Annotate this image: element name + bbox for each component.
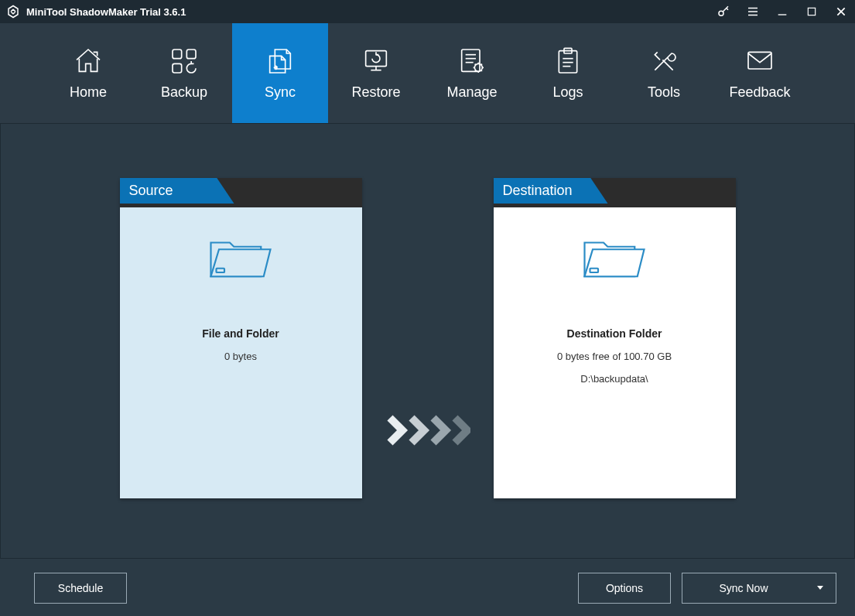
destination-path: D:\backupdata\	[580, 373, 648, 385]
svg-rect-19	[559, 51, 576, 73]
destination-free: 0 bytes free of 100.70 GB	[557, 351, 672, 362]
destination-card[interactable]: Destination Destination Folder 0 bytes f…	[494, 178, 736, 498]
svg-rect-24	[748, 52, 771, 69]
source-tab-label: Source	[120, 178, 234, 204]
content-area: Source File and Folder 0 bytes	[0, 124, 855, 559]
tools-icon	[648, 46, 679, 77]
nav-home[interactable]: Home	[40, 23, 136, 123]
folder-icon	[580, 229, 649, 286]
svg-point-0	[719, 11, 723, 15]
options-button[interactable]: Options	[578, 573, 671, 604]
folder-icon	[206, 229, 275, 286]
titlebar-left: MiniTool ShadowMaker Trial 3.6.1	[6, 5, 186, 19]
nav-label: Sync	[265, 84, 296, 101]
svg-rect-9	[186, 50, 196, 59]
sync-icon	[265, 46, 296, 77]
close-icon[interactable]	[833, 4, 849, 19]
app-logo-icon	[6, 5, 20, 19]
feedback-icon	[744, 46, 775, 77]
schedule-button-label: Schedule	[58, 582, 103, 594]
schedule-button[interactable]: Schedule	[34, 573, 127, 604]
destination-card-body: Destination Folder 0 bytes free of 100.7…	[494, 207, 736, 498]
sync-now-dropdown[interactable]	[805, 573, 836, 603]
maximize-icon[interactable]	[804, 4, 819, 19]
nav-label: Logs	[552, 84, 583, 101]
source-title: File and Folder	[202, 327, 279, 340]
titlebar: MiniTool ShadowMaker Trial 3.6.1	[0, 0, 855, 23]
titlebar-buttons	[716, 4, 849, 19]
nav-label: Backup	[161, 84, 207, 101]
source-card[interactable]: Source File and Folder 0 bytes	[120, 178, 362, 498]
sync-now-button: Sync Now	[682, 573, 836, 604]
restore-icon	[361, 46, 392, 77]
key-icon[interactable]	[716, 4, 731, 19]
sync-now-main[interactable]: Sync Now	[682, 573, 805, 603]
svg-rect-14	[462, 50, 480, 71]
nav-label: Manage	[446, 84, 497, 101]
nav-logs[interactable]: Logs	[520, 23, 616, 123]
manage-icon	[457, 46, 487, 77]
nav-sync[interactable]: Sync	[232, 23, 328, 123]
sync-now-label: Sync Now	[719, 582, 768, 594]
app-window: MiniTool ShadowMaker Trial 3.6.1	[0, 0, 855, 616]
nav-restore[interactable]: Restore	[328, 23, 424, 123]
nav-backup[interactable]: Backup	[136, 23, 232, 123]
source-size: 0 bytes	[224, 351, 257, 362]
destination-tab-label: Destination	[494, 178, 608, 204]
sync-arrows-icon	[385, 415, 470, 446]
destination-title: Destination Folder	[567, 327, 662, 340]
nav-tools[interactable]: Tools	[616, 23, 712, 123]
svg-rect-8	[173, 50, 182, 59]
nav-manage[interactable]: Manage	[424, 23, 520, 123]
svg-rect-5	[808, 8, 815, 15]
source-card-header: Source	[120, 178, 362, 207]
minimize-icon[interactable]	[775, 4, 790, 19]
backup-icon	[169, 46, 200, 77]
main-nav: Home Backup Sync	[0, 23, 855, 124]
nav-feedback[interactable]: Feedback	[712, 23, 808, 123]
home-icon	[73, 46, 104, 77]
bottom-bar: Schedule Options Sync Now	[0, 559, 855, 616]
svg-rect-10	[173, 63, 182, 73]
app-title: MiniTool ShadowMaker Trial 3.6.1	[26, 6, 186, 18]
destination-card-header: Destination	[494, 178, 736, 207]
nav-label: Home	[70, 84, 107, 101]
caret-down-icon	[816, 581, 825, 595]
nav-label: Feedback	[729, 84, 790, 101]
nav-label: Restore	[351, 84, 400, 101]
menu-icon[interactable]	[745, 4, 761, 19]
logs-icon	[552, 46, 583, 77]
source-card-body: File and Folder 0 bytes	[120, 207, 362, 498]
nav-label: Tools	[648, 84, 680, 101]
options-button-label: Options	[606, 582, 643, 594]
